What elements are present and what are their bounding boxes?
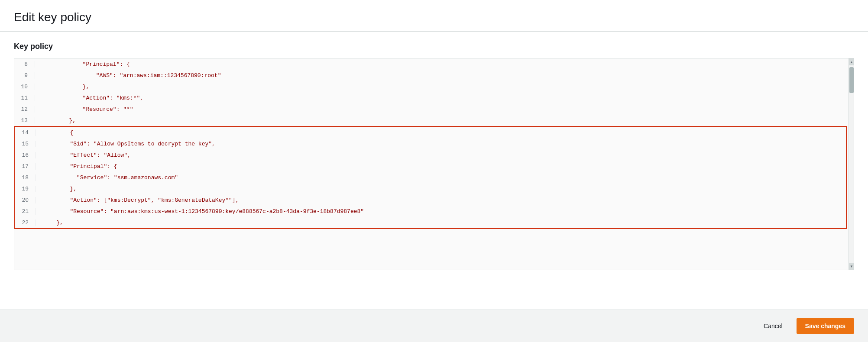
line-number: 17 (15, 163, 36, 170)
line-content: }, (36, 219, 63, 226)
page-header: Edit key policy (0, 0, 868, 32)
code-line: 11 "Action": "kms:*", (14, 92, 849, 103)
highlighted-block: 14 { 15 "Sid": "Allow OpsItems to decryp… (14, 126, 847, 229)
line-number: 10 (14, 84, 35, 90)
page-footer: Cancel Save changes (0, 310, 868, 342)
code-line: 20 "Action": ["kms:Decrypt", "kms:Genera… (15, 194, 846, 206)
line-number: 21 (15, 208, 36, 215)
line-content: "AWS": "arn:aws:iam::1234567890:root" (35, 72, 221, 79)
code-line: 15 "Sid": "Allow OpsItems to decrypt the… (15, 138, 846, 149)
page-content: Key policy 8 "Principal": { 9 "AWS": "ar… (0, 32, 868, 310)
line-number: 9 (14, 72, 35, 79)
line-content: "Action": "kms:*", (35, 95, 143, 101)
line-number: 15 (15, 141, 36, 147)
line-content: "Principal": { (35, 61, 130, 68)
save-changes-button[interactable]: Save changes (797, 318, 854, 334)
editor-inner: 8 "Principal": { 9 "AWS": "arn:aws:iam::… (14, 58, 849, 270)
code-line: 18 "Service": "ssm.amazonaws.com" (15, 172, 846, 183)
code-line: 12 "Resource": "*" (14, 103, 849, 115)
scrollbar-arrow-up[interactable]: ▲ (849, 58, 854, 65)
line-content: "Sid": "Allow OpsItems to decrypt the ke… (36, 141, 215, 147)
line-content: "Resource": "arn:aws:kms:us-west-1:12345… (36, 208, 364, 215)
code-line: 19 }, (15, 183, 846, 194)
scrollbar-thumb[interactable] (849, 67, 854, 93)
code-line: 21 "Resource": "arn:aws:kms:us-west-1:12… (15, 206, 846, 217)
code-editor-container[interactable]: 8 "Principal": { 9 "AWS": "arn:aws:iam::… (14, 58, 854, 270)
line-number: 13 (14, 117, 35, 124)
line-content: { (36, 129, 73, 136)
line-content: "Effect": "Allow", (36, 152, 131, 158)
line-number: 18 (15, 174, 36, 181)
line-number: 22 (15, 219, 36, 226)
cancel-button[interactable]: Cancel (757, 319, 790, 333)
line-number: 12 (14, 106, 35, 113)
line-number: 19 (15, 186, 36, 192)
line-content: "Resource": "*" (35, 106, 133, 113)
line-number: 16 (15, 152, 36, 158)
code-line: 13 }, (14, 115, 849, 126)
line-content: }, (35, 84, 89, 90)
line-number: 20 (15, 197, 36, 203)
code-line: 16 "Effect": "Allow", (15, 149, 846, 161)
line-content: }, (36, 186, 77, 192)
page-title: Edit key policy (14, 10, 854, 24)
line-number: 11 (14, 95, 35, 101)
line-content: }, (35, 117, 76, 124)
code-editor[interactable]: 8 "Principal": { 9 "AWS": "arn:aws:iam::… (14, 58, 849, 270)
scrollbar-track[interactable]: ▲ ▼ (849, 58, 854, 270)
section-title: Key policy (14, 42, 854, 51)
page-container: Edit key policy Key policy 8 "Principal"… (0, 0, 868, 342)
line-number: 14 (15, 129, 36, 136)
scrollbar-arrow-down[interactable]: ▼ (849, 263, 854, 270)
code-line: 9 "AWS": "arn:aws:iam::1234567890:root" (14, 70, 849, 81)
line-number: 8 (14, 61, 35, 68)
code-line: 14 { (15, 127, 846, 138)
line-content: "Principal": { (36, 163, 117, 170)
code-line: 17 "Principal": { (15, 161, 846, 172)
line-content: "Action": ["kms:Decrypt", "kms:GenerateD… (36, 197, 239, 203)
code-line: 22 }, (15, 217, 846, 228)
code-line: 10 }, (14, 81, 849, 92)
code-line: 8 "Principal": { (14, 58, 849, 70)
line-content: "Service": "ssm.amazonaws.com" (36, 174, 178, 181)
